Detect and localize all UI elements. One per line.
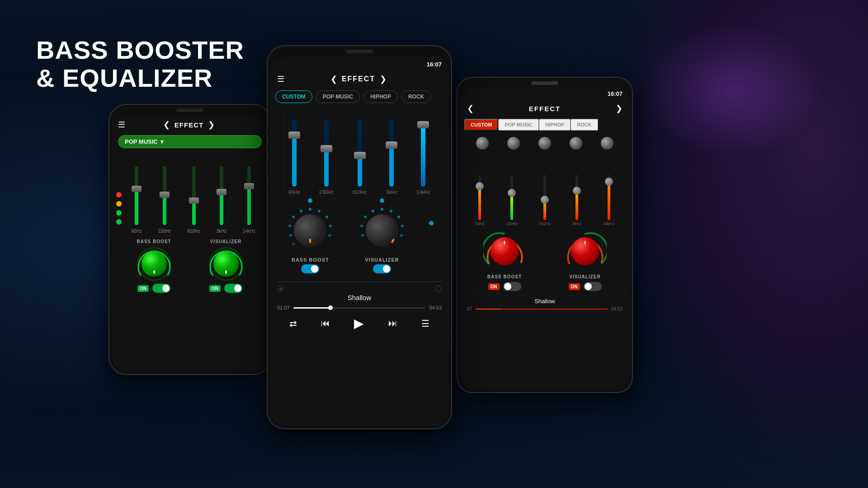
vis-knob-inner-center (366, 214, 398, 247)
preset-button-left[interactable]: POP MUSIC ▾ (118, 135, 262, 148)
vis-knob-center[interactable] (357, 206, 407, 255)
vu-dot-green1 (116, 210, 122, 216)
tab-rock-right[interactable]: ROCK (571, 119, 598, 131)
svg-point-4 (326, 216, 328, 218)
tab-pop-right[interactable]: POP MUSIC (498, 119, 539, 131)
eq-channel-4-left: 3kHz (217, 166, 227, 234)
progress-thumb-center (328, 305, 333, 310)
small-knob-4[interactable] (570, 137, 582, 150)
menu-icon[interactable]: ☰ (118, 120, 125, 130)
eq-area-center: 60Hz 230Hz 910Hz (270, 107, 449, 195)
indicator-dot-left (308, 198, 312, 203)
right-freq-4: 3kHz (572, 221, 582, 226)
bass-boost-knob-center[interactable] (285, 206, 335, 255)
vis-on-label-left: ON (209, 285, 221, 292)
player-dot-left (277, 286, 283, 292)
svg-point-17 (360, 225, 363, 227)
vis-toggle-left[interactable] (224, 284, 242, 293)
freq-label-4-left: 3kHz (217, 229, 227, 234)
right-ch1: 60Hz (475, 175, 485, 226)
bass-boost-label-left: BASS BOOST (137, 239, 171, 244)
bass-toggle-row-left: ON (137, 284, 170, 293)
tab-custom-right[interactable]: CUSTOM (464, 119, 498, 131)
repeat-button-center[interactable]: ⇄ (289, 318, 297, 329)
vis-knob-right[interactable] (564, 230, 607, 272)
indicator-dot-right (380, 198, 384, 203)
next-button-center[interactable]: ⏭ (388, 318, 397, 328)
svg-point-11 (292, 216, 295, 218)
svg-point-10 (300, 210, 302, 212)
playlist-button-center[interactable]: ☰ (421, 318, 429, 329)
svg-point-16 (400, 234, 403, 237)
freq-label-5-left: 14kHz (243, 229, 255, 234)
progress-row-center: 01:07 04:53 (277, 305, 442, 310)
phone-center-notch (346, 50, 373, 53)
time-total-center: 04:53 (429, 305, 442, 310)
vis-label-center: VISUALIZER (365, 257, 399, 263)
bass-boost-knob-right[interactable] (483, 230, 526, 272)
vu-dot-red (116, 192, 122, 197)
effect-header-center: ☰ ❮ EFFECT ❯ (270, 71, 449, 87)
song-title-center: Shallow (277, 294, 442, 301)
phone-right-notch (531, 81, 558, 85)
phone-left-notch (176, 108, 203, 112)
right-ch4: 3kHz (572, 175, 582, 226)
menu-icon-center[interactable]: ☰ (277, 74, 284, 84)
effect-title-left: EFFECT (175, 121, 203, 129)
title-section: BASS BOOSTER & EQUALIZER (36, 36, 244, 92)
tab-hiphop-right[interactable]: HIPHOP (539, 119, 571, 131)
freq-label-2-left: 230Hz (158, 229, 171, 234)
svg-point-9 (292, 243, 295, 245)
center-ch4: 3kHz (386, 119, 397, 195)
bass-toggle-left[interactable] (152, 284, 170, 293)
nav-prev-icon-left[interactable]: ❮ (163, 120, 170, 130)
right-freq-3: 910Hz (539, 221, 551, 226)
vu-dot-yellow (116, 201, 122, 206)
prev-button-center[interactable]: ⏮ (321, 318, 330, 328)
small-knob-1[interactable] (476, 137, 489, 150)
play-button-center[interactable]: ▶ (354, 316, 364, 331)
eq-channel-2-left: 230Hz (158, 166, 171, 234)
nav-next-icon-center[interactable]: ❯ (380, 74, 387, 84)
nav-prev-icon-center[interactable]: ❮ (330, 74, 337, 84)
svg-point-15 (401, 225, 404, 227)
status-bar-right: 16:07 (460, 87, 630, 101)
visualizer-knob-left[interactable] (208, 246, 244, 282)
app-title-line2: & EQUALIZER (36, 64, 244, 92)
small-knob-5[interactable] (601, 137, 613, 150)
small-knob-2[interactable] (507, 137, 520, 150)
preset-label-left: POP MUSIC (125, 138, 158, 145)
bass-boost-label-right: BASS BOOST (487, 274, 522, 279)
freq-label-1-left: 60Hz (132, 229, 142, 234)
phone-center-screen: 16:07 ☰ ❮ EFFECT ❯ CUSTOM POP MUSIC HIPH… (270, 57, 449, 426)
tab-rock-center[interactable]: ROCK (401, 90, 431, 103)
tab-custom-center[interactable]: CUSTOM (275, 90, 312, 103)
left-effect-header: ☰ ❮ EFFECT ❯ (112, 116, 268, 133)
nav-next-icon-left[interactable]: ❯ (208, 120, 215, 130)
right-freq-1: 60Hz (475, 221, 485, 226)
svg-point-2 (309, 208, 311, 211)
time-right: 07 (467, 306, 472, 311)
right-freq-2: 230Hz (506, 221, 518, 226)
svg-point-3 (318, 210, 321, 212)
player-controls-center: ⇄ ⏮ ▶ ⏭ ☰ (277, 316, 442, 331)
vis-toggle-right[interactable] (584, 282, 602, 291)
tab-pop-center[interactable]: POP MUSIC (316, 90, 360, 103)
tab-hiphop-center[interactable]: HIPHOP (363, 90, 398, 103)
vis-toggle-row-left: ON (209, 284, 242, 293)
svg-point-13 (390, 210, 392, 212)
tabs-row-right: CUSTOM POP MUSIC HIPHOP ROCK (460, 116, 630, 133)
background-purple-glow (642, 23, 823, 158)
bass-boost-knob-left[interactable] (136, 246, 172, 282)
svg-point-8 (289, 234, 292, 237)
nav-prev-icon-right[interactable]: ❮ (467, 103, 474, 113)
nav-next-icon-right[interactable]: ❯ (616, 103, 623, 113)
small-knobs-row (460, 133, 630, 151)
bass-toggle-right[interactable] (503, 282, 521, 291)
svg-point-6 (328, 234, 331, 237)
vis-toggle-center[interactable] (373, 264, 391, 273)
bass-toggle-center[interactable] (301, 264, 319, 273)
progress-bar-center[interactable] (293, 307, 426, 309)
small-knob-3[interactable] (538, 137, 551, 150)
vis-label-right: VISUALIZER (569, 274, 600, 279)
